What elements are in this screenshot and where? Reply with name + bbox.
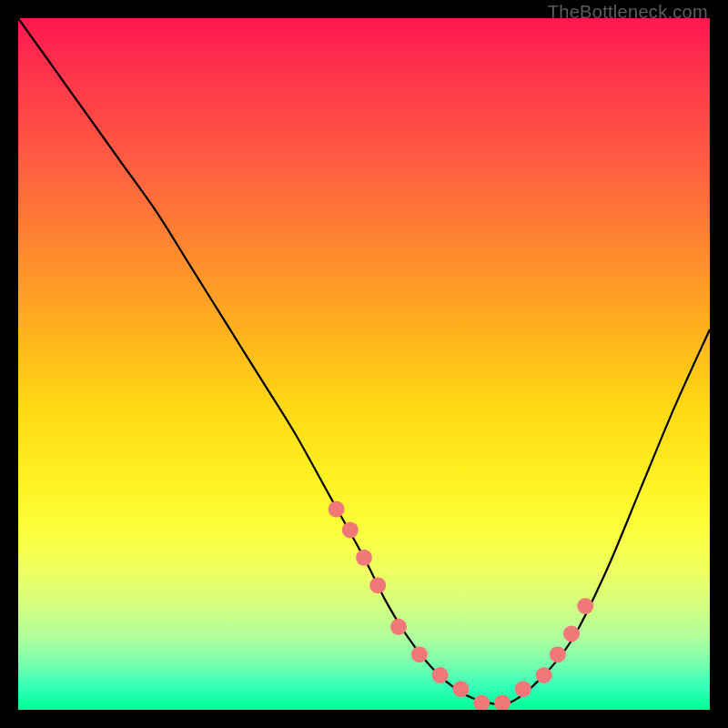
curve-marker	[473, 694, 490, 710]
curve-markers	[329, 501, 594, 710]
curve-marker	[563, 625, 580, 642]
curve-marker	[452, 681, 469, 697]
attribution-text: TheBottleneck.com	[548, 2, 708, 23]
curve-marker	[536, 667, 552, 683]
curve-marker	[494, 694, 511, 710]
curve-marker	[432, 667, 449, 683]
curve-marker	[515, 681, 531, 697]
curve-marker	[329, 501, 345, 518]
curve-marker	[550, 646, 566, 662]
curve-marker	[369, 577, 386, 593]
curve-marker	[411, 646, 428, 662]
curve-marker	[342, 521, 359, 538]
curve-marker	[390, 619, 407, 635]
bottleneck-curve	[18, 18, 710, 704]
curve-marker	[577, 598, 593, 614]
curve-marker	[356, 550, 372, 566]
